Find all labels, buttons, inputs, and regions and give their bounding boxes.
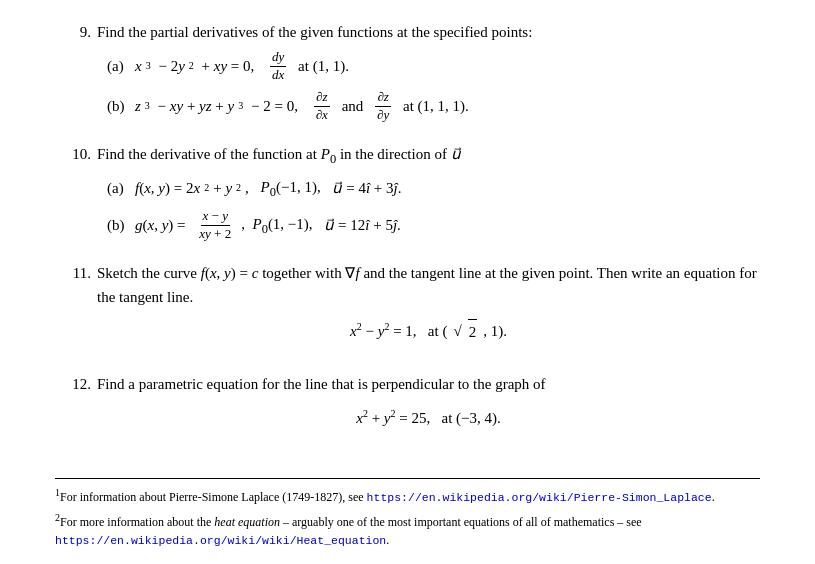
fraction-denominator-dx: dx bbox=[270, 67, 286, 84]
fraction-numer-dz-9b: ∂z bbox=[314, 89, 330, 107]
problem-11-number: 11. bbox=[55, 261, 91, 354]
fraction-numer-dz-dy: ∂z bbox=[375, 89, 391, 107]
problem-10b: (b) g(x, y) = x − y xy + 2 , P0(1, −1), … bbox=[107, 208, 760, 243]
problem-10b-content: g(x, y) = x − y xy + 2 , P0(1, −1), u⃗ =… bbox=[135, 208, 760, 243]
footnote-1: 1For information about Pierre-Simone Lap… bbox=[55, 485, 760, 506]
fraction-10b: x − y xy + 2 bbox=[197, 208, 233, 243]
fraction-denom-dx-9b: ∂x bbox=[314, 107, 330, 124]
problem-9: 9. Find the partial derivatives of the g… bbox=[55, 20, 760, 124]
fraction-dz-dx: ∂z ∂x bbox=[314, 89, 330, 124]
problem-11-text: Sketch the curve f(x, y) = c together wi… bbox=[97, 265, 757, 305]
problem-12: 12. Find a parametric equation for the l… bbox=[55, 372, 760, 440]
problem-9b-content: z3 − xy + yz + y3 − 2 = 0, ∂z ∂x and ∂z … bbox=[135, 89, 760, 124]
problem-9b: (b) z3 − xy + yz + y3 − 2 = 0, ∂z ∂x and… bbox=[107, 89, 760, 124]
problem-9-text: Find the partial derivatives of the give… bbox=[97, 24, 532, 40]
problem-9a-content: x3 − 2y2 + xy = 0, dy dx at (1, 1). bbox=[135, 49, 760, 84]
footnote-1-text-after: . bbox=[712, 490, 715, 504]
footnote-2-italic: heat equation bbox=[214, 515, 280, 529]
problem-10b-label: (b) bbox=[107, 212, 135, 239]
problem-10a-content: f(x, y) = 2x2 + y2, P0(−1, 1), u⃗ = 4î +… bbox=[135, 174, 760, 204]
problem-10-number: 10. bbox=[55, 142, 91, 243]
footnote-area: 1For information about Pierre-Simone Lap… bbox=[55, 478, 760, 564]
problem-12-text: Find a parametric equation for the line … bbox=[97, 376, 546, 392]
fraction-numerator-dy: dy bbox=[270, 49, 286, 67]
footnote-2-text-middle: – arguably one of the most important equ… bbox=[280, 515, 642, 529]
footnote-2-link[interactable]: https://en.wikipedia.org/wiki/wiki/Heat_… bbox=[55, 534, 386, 547]
problem-9a: (a) x3 − 2y2 + xy = 0, dy dx at (1, 1). bbox=[107, 49, 760, 84]
problem-12-equation: x2 + y2 = 25, at (−3, 4). bbox=[97, 406, 760, 430]
problem-9a-label: (a) bbox=[107, 53, 135, 80]
problem-12-number: 12. bbox=[55, 372, 91, 440]
footnote-1-link[interactable]: https://en.wikipedia.org/wiki/Pierre-Sim… bbox=[367, 491, 712, 504]
footnote-2-text-after: . bbox=[386, 533, 389, 547]
footnote-2-text-before: For more information about the bbox=[60, 515, 214, 529]
problem-10a: (a) f(x, y) = 2x2 + y2, P0(−1, 1), u⃗ = … bbox=[107, 174, 760, 204]
footnote-2: 2For more information about the heat equ… bbox=[55, 510, 760, 549]
page-content: 9. Find the partial derivatives of the g… bbox=[0, 0, 815, 478]
problem-9-content: Find the partial derivatives of the give… bbox=[97, 20, 760, 124]
fraction-denom-dy: ∂y bbox=[375, 107, 391, 124]
problem-9a-equation: x bbox=[135, 53, 142, 80]
problem-10-text: Find the derivative of the function at P… bbox=[97, 146, 461, 162]
fraction-dz-dy: ∂z ∂y bbox=[375, 89, 391, 124]
problem-9-number: 9. bbox=[55, 20, 91, 124]
problem-11: 11. Sketch the curve f(x, y) = c togethe… bbox=[55, 261, 760, 354]
exp-3a: 3 bbox=[146, 57, 151, 75]
problem-10-content: Find the derivative of the function at P… bbox=[97, 142, 760, 243]
problem-11-content: Sketch the curve f(x, y) = c together wi… bbox=[97, 261, 760, 354]
problem-9b-label: (b) bbox=[107, 93, 135, 120]
problem-11-equation: x2 − y2 = 1, at ( √2 , 1). bbox=[97, 319, 760, 344]
problem-10a-label: (a) bbox=[107, 175, 135, 202]
problem-12-content: Find a parametric equation for the line … bbox=[97, 372, 760, 440]
footnote-1-text-before: For information about Pierre-Simone Lapl… bbox=[60, 490, 367, 504]
problem-10: 10. Find the derivative of the function … bbox=[55, 142, 760, 243]
fraction-dy-dx: dy dx bbox=[270, 49, 286, 84]
